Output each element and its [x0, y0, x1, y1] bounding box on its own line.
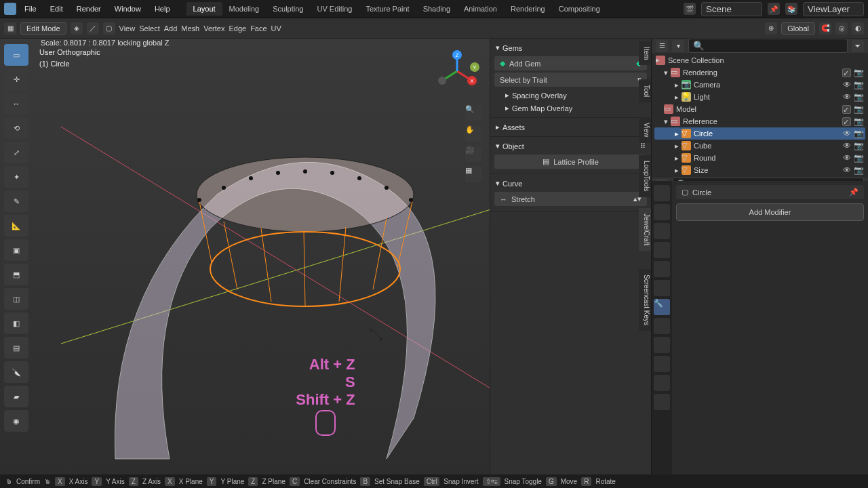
add-modifier-button[interactable]: Add Modifier: [676, 203, 864, 221]
panel-curve-head[interactable]: ▾ Curve: [494, 177, 647, 190]
props-tab-scene[interactable]: [654, 242, 670, 258]
tree-cube[interactable]: ▸▽Cube👁📷: [654, 140, 865, 152]
tree-collection-reference[interactable]: ▾▭Reference✓📷: [654, 115, 865, 127]
props-tab-render[interactable]: [654, 185, 670, 201]
hdr-uv[interactable]: UV: [271, 24, 281, 33]
exclude-checkbox[interactable]: ✓: [842, 68, 851, 77]
select-box-tool[interactable]: ▭: [4, 44, 28, 66]
tree-scene-collection[interactable]: ▸Scene Collection: [654, 54, 865, 66]
tab-layout[interactable]: Layout: [186, 2, 222, 16]
filter-icon[interactable]: ⏷: [852, 40, 864, 52]
hdr-vertex[interactable]: Vertex: [203, 24, 224, 33]
tab-modeling[interactable]: Modeling: [222, 2, 267, 16]
ortho-icon[interactable]: ▦: [465, 166, 481, 182]
proportional-edit-icon[interactable]: ◎: [835, 22, 848, 35]
tab-shading[interactable]: Shading: [416, 2, 457, 16]
stretch-button[interactable]: ↔Stretch▴▾: [494, 192, 647, 206]
menu-file[interactable]: File: [19, 3, 42, 15]
scene-name-input[interactable]: [701, 2, 762, 16]
tab-texture-paint[interactable]: Texture Paint: [359, 2, 416, 16]
viewlayer-icon[interactable]: 📚: [785, 3, 797, 15]
loop-cut-tool[interactable]: ▤: [4, 337, 28, 359]
object-breadcrumb[interactable]: ▢ Circle📌: [676, 185, 864, 199]
tab-uv-editing[interactable]: UV Editing: [310, 2, 359, 16]
props-tab-viewlayer[interactable]: [654, 223, 670, 239]
display-mode-icon[interactable]: ▾: [672, 40, 684, 52]
inset-tool[interactable]: ◫: [4, 288, 28, 310]
3d-viewport[interactable]: Scale: 0.8017 : 0.8017 locking global Z …: [0, 39, 651, 476]
panel-gems-head[interactable]: ▾ Gems⠿: [494, 41, 647, 54]
tree-collection-rendering[interactable]: ▾▭Rendering✓📷: [654, 66, 865, 79]
transform-tool[interactable]: ✦: [4, 166, 28, 188]
tree-circle[interactable]: ▸▽Circle👁📷: [654, 127, 865, 140]
tree-round[interactable]: ▸▽Round👁📷: [654, 152, 865, 164]
spacing-overlay-toggle[interactable]: ▸ Spacing Overlay: [494, 89, 647, 102]
menu-edit[interactable]: Edit: [45, 3, 68, 15]
scene-icon[interactable]: 🎬: [684, 3, 696, 15]
outliner-editor-icon[interactable]: ☰: [656, 40, 668, 52]
add-cube-tool[interactable]: ▣: [4, 239, 28, 261]
menu-render[interactable]: Render: [71, 3, 106, 15]
scale-tool[interactable]: ⤢: [4, 142, 28, 163]
npanel-tab-looptools[interactable]: LoopTools: [639, 155, 651, 197]
edge-select-icon[interactable]: ／: [87, 22, 99, 35]
menu-window[interactable]: Window: [109, 3, 146, 15]
props-tab-modifiers[interactable]: 🔧: [654, 299, 670, 315]
viewport-shading-icon[interactable]: ◐: [852, 22, 864, 35]
tree-size[interactable]: ▸▽Size👁📷: [654, 164, 865, 176]
tab-compositing[interactable]: Compositing: [552, 2, 607, 16]
orientation-icon[interactable]: ⊕: [765, 22, 777, 35]
tree-light[interactable]: ▸💡Light👁📷: [654, 91, 865, 103]
vertex-select-icon[interactable]: ◈: [71, 22, 83, 35]
npanel-tab-jewelcraft[interactable]: JewelCraft: [639, 208, 651, 251]
select-by-trait-dropdown[interactable]: Select by Trait▾: [494, 73, 647, 87]
npanel-tab-tool[interactable]: Tool: [639, 79, 651, 102]
hdr-add[interactable]: Add: [164, 24, 178, 33]
hdr-mesh[interactable]: Mesh: [181, 24, 199, 33]
face-select-icon[interactable]: ▢: [103, 22, 115, 35]
hdr-face[interactable]: Face: [250, 24, 267, 33]
tab-rendering[interactable]: Rendering: [504, 2, 552, 16]
tab-animation[interactable]: Animation: [457, 2, 504, 16]
mode-selector[interactable]: Edit Mode: [20, 22, 66, 35]
props-tab-material[interactable]: [654, 394, 670, 410]
zoom-icon[interactable]: 🔍: [465, 105, 481, 121]
tree-camera[interactable]: ▸📷Camera👁📷: [654, 79, 865, 91]
annotate-tool[interactable]: ✎: [4, 190, 28, 212]
camera-view-icon[interactable]: 🎥: [465, 146, 481, 162]
knife-tool[interactable]: 🔪: [4, 361, 28, 383]
tab-sculpting[interactable]: Sculpting: [266, 2, 310, 16]
npanel-tab-item[interactable]: Item: [639, 41, 651, 65]
props-tab-mesh[interactable]: [654, 375, 670, 391]
npanel-tab-view[interactable]: View: [639, 117, 651, 143]
pan-icon[interactable]: ✋: [465, 125, 481, 142]
bevel-tool[interactable]: ◧: [4, 312, 28, 334]
navigation-gizmo[interactable]: X Y Z: [433, 47, 481, 96]
props-tab-world[interactable]: [654, 261, 670, 277]
pin-icon[interactable]: 📌: [768, 3, 780, 15]
props-tab-output[interactable]: [654, 204, 670, 220]
eye-icon[interactable]: 👁: [843, 80, 851, 89]
viewlayer-input[interactable]: [803, 2, 864, 16]
props-tab-object[interactable]: [654, 280, 670, 296]
snap-icon[interactable]: 🧲: [819, 22, 831, 35]
npanel-tab-screencast[interactable]: Screencast Keys: [639, 269, 651, 331]
panel-object-head[interactable]: ▾ Object⠿: [494, 140, 647, 152]
poly-build-tool[interactable]: ▰: [4, 386, 28, 407]
hdr-select[interactable]: Select: [139, 24, 160, 33]
props-tab-physics[interactable]: [654, 337, 670, 353]
rotate-tool[interactable]: ⟲: [4, 117, 28, 139]
props-tab-particles[interactable]: [654, 318, 670, 334]
move-tool[interactable]: ↔: [4, 93, 28, 115]
pin-icon[interactable]: 📌: [849, 188, 859, 197]
measure-tool[interactable]: 📐: [4, 215, 28, 237]
props-tab-constraints[interactable]: [654, 356, 670, 372]
hdr-view[interactable]: View: [119, 24, 136, 33]
hdr-edge[interactable]: Edge: [229, 24, 246, 33]
spin-tool[interactable]: ◉: [4, 410, 28, 432]
transform-orientation[interactable]: Global: [781, 22, 815, 35]
editor-type-icon[interactable]: ▦: [4, 22, 16, 35]
blender-logo-icon[interactable]: [4, 3, 16, 15]
outliner-search-input[interactable]: [688, 39, 848, 53]
cursor-tool[interactable]: ✛: [4, 68, 28, 90]
